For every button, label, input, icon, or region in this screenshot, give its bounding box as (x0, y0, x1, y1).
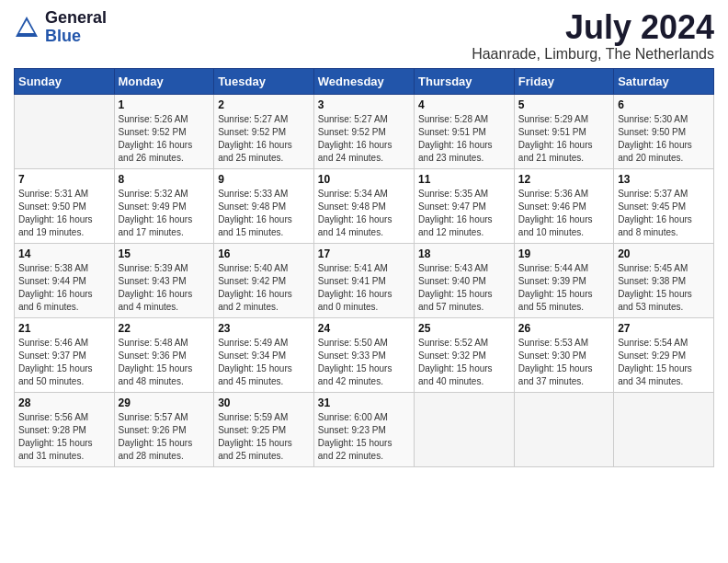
day-number: 27 (618, 322, 710, 335)
day-info: Sunrise: 5:53 AMSunset: 9:30 PMDaylight:… (518, 337, 609, 388)
day-number: 30 (218, 396, 310, 409)
calendar-cell: 26Sunrise: 5:53 AMSunset: 9:30 PMDayligh… (514, 317, 613, 392)
day-info: Sunrise: 5:30 AMSunset: 9:50 PMDaylight:… (618, 113, 710, 165)
calendar-week-row: 21Sunrise: 5:46 AMSunset: 9:37 PMDayligh… (15, 317, 714, 392)
day-number: 16 (218, 247, 310, 260)
day-info: Sunrise: 5:49 AMSunset: 9:34 PMDaylight:… (218, 337, 310, 388)
calendar-cell: 11Sunrise: 5:35 AMSunset: 9:47 PMDayligh… (415, 168, 515, 243)
day-info: Sunrise: 5:54 AMSunset: 9:29 PMDaylight:… (618, 337, 710, 388)
calendar-cell: 16Sunrise: 5:40 AMSunset: 9:42 PMDayligh… (214, 243, 314, 317)
day-info: Sunrise: 5:28 AMSunset: 9:51 PMDaylight:… (418, 113, 510, 165)
calendar-cell: 4Sunrise: 5:28 AMSunset: 9:51 PMDaylight… (415, 94, 515, 168)
calendar-cell: 2Sunrise: 5:27 AMSunset: 9:52 PMDaylight… (214, 94, 314, 168)
day-number: 29 (119, 396, 210, 409)
day-info: Sunrise: 5:38 AMSunset: 9:44 PMDaylight:… (18, 262, 110, 314)
day-info: Sunrise: 5:50 AMSunset: 9:33 PMDaylight:… (318, 337, 410, 388)
day-info: Sunrise: 5:32 AMSunset: 9:49 PMDaylight:… (119, 188, 210, 239)
weekday-header-monday: Monday (114, 68, 214, 94)
calendar-cell: 9Sunrise: 5:33 AMSunset: 9:48 PMDaylight… (214, 168, 314, 243)
day-number: 2 (218, 98, 310, 111)
day-number: 8 (119, 173, 210, 186)
calendar-cell: 7Sunrise: 5:31 AMSunset: 9:50 PMDaylight… (15, 168, 115, 243)
weekday-header-tuesday: Tuesday (214, 68, 314, 94)
day-number: 20 (618, 247, 710, 260)
calendar-cell: 23Sunrise: 5:49 AMSunset: 9:34 PMDayligh… (214, 317, 314, 392)
day-number: 3 (318, 98, 410, 111)
day-number: 23 (218, 322, 310, 335)
weekday-header-sunday: Sunday (15, 68, 115, 94)
day-info: Sunrise: 5:52 AMSunset: 9:32 PMDaylight:… (418, 337, 510, 388)
day-info: Sunrise: 5:29 AMSunset: 9:51 PMDaylight:… (518, 113, 609, 165)
day-number: 25 (418, 322, 510, 335)
calendar-cell: 28Sunrise: 5:56 AMSunset: 9:28 PMDayligh… (15, 392, 115, 466)
day-info: Sunrise: 5:31 AMSunset: 9:50 PMDaylight:… (18, 188, 110, 239)
day-number: 26 (518, 322, 609, 335)
day-info: Sunrise: 5:56 AMSunset: 9:28 PMDaylight:… (18, 411, 110, 463)
day-info: Sunrise: 5:46 AMSunset: 9:37 PMDaylight:… (18, 337, 110, 388)
calendar-cell: 15Sunrise: 5:39 AMSunset: 9:43 PMDayligh… (114, 243, 214, 317)
logo-general-text: General (45, 9, 107, 28)
day-info: Sunrise: 5:27 AMSunset: 9:52 PMDaylight:… (318, 113, 410, 165)
calendar-cell: 14Sunrise: 5:38 AMSunset: 9:44 PMDayligh… (15, 243, 115, 317)
day-number: 17 (318, 247, 410, 260)
calendar-cell: 20Sunrise: 5:45 AMSunset: 9:38 PMDayligh… (614, 243, 714, 317)
calendar-week-row: 7Sunrise: 5:31 AMSunset: 9:50 PMDaylight… (15, 168, 714, 243)
day-info: Sunrise: 5:48 AMSunset: 9:36 PMDaylight:… (119, 337, 210, 388)
day-number: 1 (119, 98, 210, 111)
location-text: Haanrade, Limburg, The Netherlands (472, 46, 714, 63)
calendar-cell: 1Sunrise: 5:26 AMSunset: 9:52 PMDaylight… (114, 94, 214, 168)
calendar-cell: 6Sunrise: 5:30 AMSunset: 9:50 PMDaylight… (614, 94, 714, 168)
day-number: 12 (518, 173, 609, 186)
day-info: Sunrise: 5:59 AMSunset: 9:25 PMDaylight:… (218, 411, 310, 463)
calendar-cell: 21Sunrise: 5:46 AMSunset: 9:37 PMDayligh… (15, 317, 115, 392)
day-number: 9 (218, 173, 310, 186)
day-number: 18 (418, 247, 510, 260)
calendar-cell: 12Sunrise: 5:36 AMSunset: 9:46 PMDayligh… (514, 168, 613, 243)
calendar-cell: 30Sunrise: 5:59 AMSunset: 9:25 PMDayligh… (214, 392, 314, 466)
day-info: Sunrise: 5:41 AMSunset: 9:41 PMDaylight:… (318, 262, 410, 314)
calendar-cell (415, 392, 515, 466)
day-number: 28 (18, 396, 110, 409)
day-number: 5 (518, 98, 609, 111)
weekday-header-wednesday: Wednesday (313, 68, 414, 94)
day-number: 6 (618, 98, 710, 111)
calendar-week-row: 14Sunrise: 5:38 AMSunset: 9:44 PMDayligh… (15, 243, 714, 317)
calendar-week-row: 1Sunrise: 5:26 AMSunset: 9:52 PMDaylight… (15, 94, 714, 168)
calendar-cell: 3Sunrise: 5:27 AMSunset: 9:52 PMDaylight… (313, 94, 414, 168)
page-header: General Blue July 2024 Haanrade, Limburg… (14, 9, 714, 63)
day-number: 22 (119, 322, 210, 335)
calendar-cell (514, 392, 613, 466)
calendar-cell: 18Sunrise: 5:43 AMSunset: 9:40 PMDayligh… (415, 243, 515, 317)
calendar-cell: 8Sunrise: 5:32 AMSunset: 9:49 PMDaylight… (114, 168, 214, 243)
weekday-header-saturday: Saturday (614, 68, 714, 94)
calendar-cell (614, 392, 714, 466)
day-info: Sunrise: 5:57 AMSunset: 9:26 PMDaylight:… (119, 411, 210, 463)
day-info: Sunrise: 5:37 AMSunset: 9:45 PMDaylight:… (618, 188, 710, 239)
day-info: Sunrise: 5:45 AMSunset: 9:38 PMDaylight:… (618, 262, 710, 314)
calendar-cell: 24Sunrise: 5:50 AMSunset: 9:33 PMDayligh… (313, 317, 414, 392)
weekday-header-thursday: Thursday (415, 68, 515, 94)
day-number: 11 (418, 173, 510, 186)
day-info: Sunrise: 5:43 AMSunset: 9:40 PMDaylight:… (418, 262, 510, 314)
day-info: Sunrise: 5:27 AMSunset: 9:52 PMDaylight:… (218, 113, 310, 165)
day-info: Sunrise: 5:35 AMSunset: 9:47 PMDaylight:… (418, 188, 510, 239)
day-number: 24 (318, 322, 410, 335)
title-block: July 2024 Haanrade, Limburg, The Netherl… (472, 9, 714, 63)
calendar-cell: 13Sunrise: 5:37 AMSunset: 9:45 PMDayligh… (614, 168, 714, 243)
day-info: Sunrise: 5:44 AMSunset: 9:39 PMDaylight:… (518, 262, 609, 314)
calendar-cell: 31Sunrise: 6:00 AMSunset: 9:23 PMDayligh… (313, 392, 414, 466)
day-info: Sunrise: 5:36 AMSunset: 9:46 PMDaylight:… (518, 188, 609, 239)
day-number: 14 (18, 247, 110, 260)
day-info: Sunrise: 5:26 AMSunset: 9:52 PMDaylight:… (119, 113, 210, 165)
day-info: Sunrise: 5:33 AMSunset: 9:48 PMDaylight:… (218, 188, 310, 239)
calendar-cell: 19Sunrise: 5:44 AMSunset: 9:39 PMDayligh… (514, 243, 613, 317)
calendar-cell (15, 94, 115, 168)
day-info: Sunrise: 5:39 AMSunset: 9:43 PMDaylight:… (119, 262, 210, 314)
calendar-cell: 17Sunrise: 5:41 AMSunset: 9:41 PMDayligh… (313, 243, 414, 317)
calendar-week-row: 28Sunrise: 5:56 AMSunset: 9:28 PMDayligh… (15, 392, 714, 466)
day-info: Sunrise: 5:40 AMSunset: 9:42 PMDaylight:… (218, 262, 310, 314)
day-number: 13 (618, 173, 710, 186)
day-number: 19 (518, 247, 609, 260)
day-number: 21 (18, 322, 110, 335)
day-number: 31 (318, 396, 410, 409)
